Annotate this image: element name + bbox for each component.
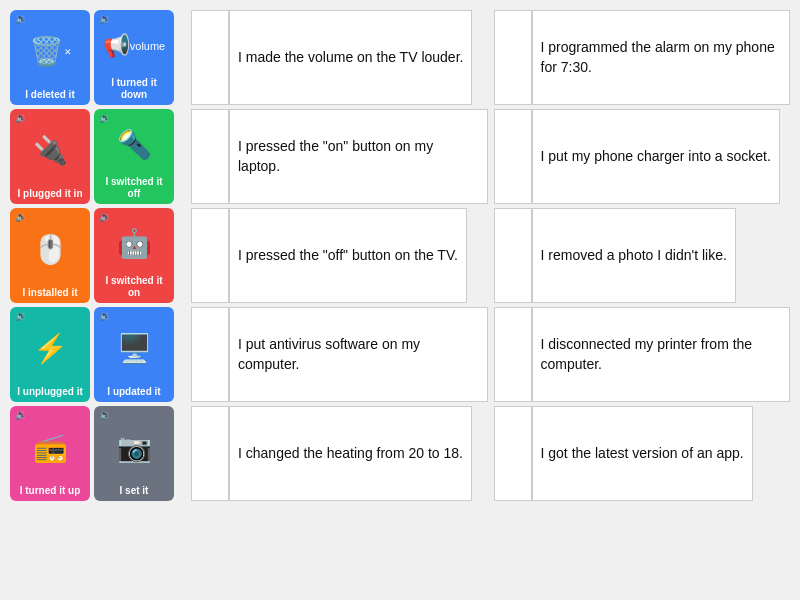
card-plugged-it-in[interactable]: 🔉 🔌 I plugged it in	[10, 109, 90, 204]
card-updated-it[interactable]: 🔉 🖥️ I updated it	[94, 307, 174, 402]
card-label: I switched it off	[98, 176, 170, 200]
card-label: I unplugged it	[17, 386, 83, 398]
text-cell-r4: I disconnected my printer from the compu…	[532, 307, 791, 402]
icon-column: 🔉 🗑️✕ I deleted it 🔉 📢volume I turned it…	[10, 10, 185, 501]
speaker-icon: 🔉	[15, 112, 27, 123]
card-image: ⚡	[14, 311, 86, 386]
left-text-column: I made the volume on the TV louder. I pr…	[191, 10, 488, 501]
card-image: 📷	[98, 410, 170, 485]
card-unplugged-it[interactable]: 🔉 ⚡ I unplugged it	[10, 307, 90, 402]
text-cell-l2: I pressed the "on" button on my laptop.	[229, 109, 488, 204]
speaker-icon: 🔉	[99, 13, 111, 24]
drop-zone-l4[interactable]	[191, 307, 229, 402]
drop-zone-l1[interactable]	[191, 10, 229, 105]
icon-row-2: 🔉 🔌 I plugged it in 🔉 🔦 I switched it of…	[10, 109, 185, 204]
card-switched-it-off[interactable]: 🔉 🔦 I switched it off	[94, 109, 174, 204]
card-image: 🖥️	[98, 311, 170, 386]
speaker-icon: 🔉	[99, 112, 111, 123]
text-row-4: I put antivirus software on my computer.	[191, 307, 488, 402]
card-turned-it-down[interactable]: 🔉 📢volume I turned it down	[94, 10, 174, 105]
text-row-r3: I removed a photo I didn't like.	[494, 208, 791, 303]
text-cell-r3: I removed a photo I didn't like.	[532, 208, 736, 303]
card-switched-it-on[interactable]: 🔉 🤖 I switched it on	[94, 208, 174, 303]
speaker-icon: 🔉	[99, 310, 111, 321]
text-cell-l4: I put antivirus software on my computer.	[229, 307, 488, 402]
text-cell-l3: I pressed the "off" button on the TV.	[229, 208, 467, 303]
speaker-icon: 🔉	[15, 13, 27, 24]
text-row-3: I pressed the "off" button on the TV.	[191, 208, 488, 303]
speaker-icon: 🔉	[15, 310, 27, 321]
drop-zone-r1[interactable]	[494, 10, 532, 105]
card-image: 📻	[14, 410, 86, 485]
text-cell-r2: I put my phone charger into a socket.	[532, 109, 780, 204]
right-text-column: I programmed the alarm on my phone for 7…	[494, 10, 791, 501]
text-row-1: I made the volume on the TV louder.	[191, 10, 488, 105]
text-row-5: I changed the heating from 20 to 18.	[191, 406, 488, 501]
text-row-2: I pressed the "on" button on my laptop.	[191, 109, 488, 204]
card-label: I plugged it in	[18, 188, 83, 200]
card-label: I deleted it	[25, 89, 74, 101]
icon-row-4: 🔉 ⚡ I unplugged it 🔉 🖥️ I updated it	[10, 307, 185, 402]
text-cell-l5: I changed the heating from 20 to 18.	[229, 406, 472, 501]
text-row-r1: I programmed the alarm on my phone for 7…	[494, 10, 791, 105]
card-label: I set it	[120, 485, 149, 497]
speaker-icon: 🔉	[99, 211, 111, 222]
drop-zone-r5[interactable]	[494, 406, 532, 501]
text-cell-l1: I made the volume on the TV louder.	[229, 10, 472, 105]
card-label: I turned it up	[20, 485, 81, 497]
card-label: I switched it on	[98, 275, 170, 299]
icon-row-3: 🔉 🖱️ I installed it 🔉 🤖 I switched it on	[10, 208, 185, 303]
card-image: 🖱️	[14, 212, 86, 287]
card-set-it[interactable]: 🔉 📷 I set it	[94, 406, 174, 501]
drop-zone-l5[interactable]	[191, 406, 229, 501]
text-row-r2: I put my phone charger into a socket.	[494, 109, 791, 204]
card-label: I turned it down	[98, 77, 170, 101]
drop-zone-l2[interactable]	[191, 109, 229, 204]
card-image: 🗑️✕	[14, 14, 86, 89]
text-row-r4: I disconnected my printer from the compu…	[494, 307, 791, 402]
icon-row-5: 🔉 📻 I turned it up 🔉 📷 I set it	[10, 406, 185, 501]
text-row-r5: I got the latest version of an app.	[494, 406, 791, 501]
card-image: 🔌	[14, 113, 86, 188]
speaker-icon: 🔉	[15, 211, 27, 222]
card-deleted-it[interactable]: 🔉 🗑️✕ I deleted it	[10, 10, 90, 105]
card-label: I installed it	[22, 287, 77, 299]
main-container: 🔉 🗑️✕ I deleted it 🔉 📢volume I turned it…	[10, 10, 790, 501]
drop-zone-l3[interactable]	[191, 208, 229, 303]
drop-zone-r4[interactable]	[494, 307, 532, 402]
text-cell-r5: I got the latest version of an app.	[532, 406, 753, 501]
icon-row-1: 🔉 🗑️✕ I deleted it 🔉 📢volume I turned it…	[10, 10, 185, 105]
drop-zone-r3[interactable]	[494, 208, 532, 303]
drop-zone-r2[interactable]	[494, 109, 532, 204]
speaker-icon: 🔉	[15, 409, 27, 420]
text-cell-r1: I programmed the alarm on my phone for 7…	[532, 10, 791, 105]
card-turned-it-up[interactable]: 🔉 📻 I turned it up	[10, 406, 90, 501]
card-installed-it[interactable]: 🔉 🖱️ I installed it	[10, 208, 90, 303]
speaker-icon: 🔉	[99, 409, 111, 420]
card-label: I updated it	[107, 386, 160, 398]
